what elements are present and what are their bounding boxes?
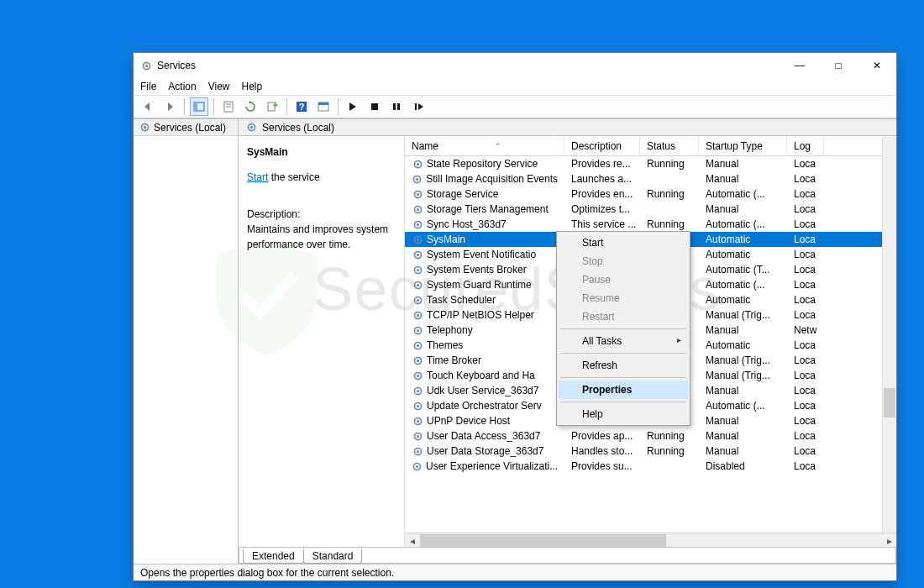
- close-button[interactable]: ✕: [858, 53, 896, 78]
- desc-label: Description:: [247, 207, 396, 222]
- svg-point-57: [416, 434, 418, 437]
- dialog-button[interactable]: [314, 97, 333, 116]
- svg-point-23: [416, 177, 418, 180]
- pane-header: Services (Local): [239, 119, 896, 136]
- window-title: Services: [157, 60, 196, 71]
- service-row[interactable]: Sync Host_363d7This service ...RunningAu…: [405, 217, 896, 232]
- svg-rect-11: [318, 102, 328, 105]
- tree-pane: Services (Local): [134, 119, 239, 564]
- gear-icon: [412, 279, 423, 291]
- svg-point-17: [143, 126, 145, 129]
- col-logon[interactable]: Log: [787, 136, 824, 155]
- gear-icon: [412, 445, 423, 457]
- svg-point-49: [416, 374, 418, 376]
- col-name[interactable]: Name⌃: [405, 136, 564, 155]
- gear-icon: [412, 203, 423, 215]
- ctx-all-tasks[interactable]: All Tasks: [559, 332, 688, 350]
- gear-icon: [412, 294, 423, 306]
- svg-text:?: ?: [299, 102, 305, 112]
- svg-point-1: [144, 64, 147, 66]
- svg-point-51: [416, 389, 418, 391]
- ctx-resume: Resume: [559, 289, 688, 307]
- back-button[interactable]: [139, 97, 157, 116]
- toolbar: ?: [134, 95, 896, 118]
- gear-icon: [412, 400, 423, 412]
- show-hide-tree-button[interactable]: [190, 97, 208, 116]
- minimize-button[interactable]: —: [780, 53, 819, 78]
- svg-point-37: [416, 283, 418, 286]
- gear-icon: [412, 158, 423, 170]
- gear-icon: [412, 339, 423, 351]
- svg-point-53: [416, 404, 418, 407]
- service-row[interactable]: Storage Tiers ManagementOptimizes t...Ma…: [405, 202, 896, 217]
- statusbar: Opens the properties dialog box for the …: [134, 564, 896, 580]
- detail-pane: SysMain Start the service Description: M…: [239, 136, 405, 547]
- service-row[interactable]: User Data Storage_363d7Handles sto...Run…: [405, 444, 896, 459]
- service-row[interactable]: User Data Access_363d7Provides ap...Runn…: [405, 428, 896, 444]
- action-text: the service: [268, 171, 319, 183]
- service-row[interactable]: Storage ServiceProvides en...RunningAuto…: [405, 186, 896, 202]
- menu-action[interactable]: Action: [168, 81, 196, 92]
- svg-point-45: [416, 344, 418, 346]
- gear-icon: [412, 218, 423, 230]
- column-headers: Name⌃ Description Status Startup Type Lo…: [405, 136, 896, 156]
- svg-point-21: [416, 162, 418, 165]
- tab-standard[interactable]: Standard: [303, 549, 363, 564]
- svg-point-33: [416, 253, 418, 255]
- gear-icon: [412, 234, 423, 245]
- horizontal-scrollbar[interactable]: ◂ ▸: [405, 533, 896, 547]
- restart-service-button[interactable]: [409, 97, 428, 116]
- export-button[interactable]: [263, 97, 281, 116]
- ctx-stop: Stop: [559, 252, 688, 270]
- refresh-button[interactable]: [241, 97, 260, 116]
- titlebar[interactable]: Services — □ ✕: [134, 53, 896, 78]
- gear-icon: [412, 430, 423, 442]
- svg-point-61: [416, 465, 418, 467]
- menu-help[interactable]: Help: [242, 81, 263, 92]
- maximize-button[interactable]: □: [819, 53, 858, 78]
- gear-icon: [412, 415, 423, 427]
- context-menu: StartStopPauseResumeRestartAll TasksRefr…: [556, 231, 690, 426]
- svg-rect-12: [371, 103, 378, 110]
- svg-point-35: [416, 268, 418, 270]
- desc-text: Maintains and improves system performanc…: [247, 222, 396, 252]
- tree-node-services-local[interactable]: Services (Local): [134, 119, 238, 136]
- service-row[interactable]: State Repository ServiceProvides re...Ru…: [405, 156, 896, 171]
- svg-point-29: [416, 223, 418, 225]
- tab-extended[interactable]: Extended: [243, 549, 304, 564]
- svg-point-19: [249, 126, 252, 129]
- svg-point-41: [416, 313, 418, 316]
- help-button[interactable]: ?: [292, 97, 311, 116]
- menu-view[interactable]: View: [208, 81, 230, 92]
- col-status[interactable]: Status: [640, 136, 699, 155]
- pause-service-button[interactable]: [387, 97, 406, 116]
- vertical-scrollbar[interactable]: [882, 136, 896, 547]
- forward-button[interactable]: [160, 97, 179, 116]
- stop-service-button[interactable]: [365, 97, 384, 116]
- ctx-help[interactable]: Help: [559, 405, 688, 423]
- menu-file[interactable]: File: [140, 81, 156, 92]
- gear-icon: [412, 173, 423, 185]
- service-row[interactable]: Still Image Acquisition EventsLaunches a…: [405, 171, 896, 186]
- ctx-properties[interactable]: Properties: [559, 381, 688, 399]
- start-service-button[interactable]: [344, 97, 362, 116]
- service-row[interactable]: User Experience Virtualizati...Provides …: [405, 459, 896, 474]
- svg-point-27: [416, 207, 418, 210]
- svg-point-31: [416, 238, 418, 240]
- gear-icon: [412, 370, 423, 381]
- col-startup[interactable]: Startup Type: [699, 136, 787, 155]
- start-service-link[interactable]: Start: [247, 171, 268, 183]
- gear-icon: [139, 122, 150, 134]
- gear-icon: [412, 309, 423, 321]
- svg-point-25: [416, 192, 418, 195]
- svg-rect-3: [194, 102, 197, 111]
- svg-point-59: [416, 449, 418, 452]
- col-description[interactable]: Description: [564, 136, 640, 155]
- ctx-start[interactable]: Start: [559, 234, 688, 252]
- svg-point-55: [416, 419, 418, 422]
- svg-point-39: [416, 298, 418, 301]
- gear-icon: [245, 122, 257, 134]
- ctx-restart: Restart: [559, 307, 688, 326]
- properties-button[interactable]: [219, 97, 238, 116]
- ctx-refresh[interactable]: Refresh: [559, 356, 688, 375]
